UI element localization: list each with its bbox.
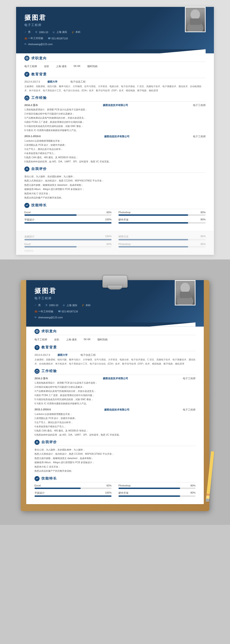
location-info: ◎ 上海·浦东 [53, 30, 67, 34]
skill2-hardware-name: 硬件开发 [118, 491, 128, 495]
work-header-2: 2015.1-2016.6 摄图信息技术有限公司 电子工程师 [24, 135, 206, 138]
job-location: 上海·浦东 [56, 65, 67, 68]
target-icon [26, 57, 28, 60]
email2-icon: ✉ [34, 316, 37, 319]
skill2-design-pct: 100% [105, 491, 112, 495]
skill-hardware: 硬件开发 80% [118, 218, 206, 224]
skills2-grid: Excel 60% Photoshop 80% [34, 484, 196, 497]
work-company-2: 摄图信息技术有限公司 [104, 135, 130, 138]
job2-mode: 全职 [54, 338, 59, 341]
svg-rect-12 [180, 292, 191, 298]
skill-excel-bar-bg [24, 214, 112, 216]
phone-text: 021-80187116 [52, 37, 68, 40]
skill-photoshop-bar-fill [118, 214, 188, 216]
gender2-info: ♂ 男 [34, 304, 41, 307]
svg-rect-2 [190, 18, 201, 25]
edu2-period: 2013.9-2017.6 [34, 353, 53, 357]
clipboard-clip [102, 275, 128, 288]
edu2-info: 🎓 本科 [82, 304, 90, 307]
work2-duties-1: 1.系统电路原理设计、原理图 PCB 设计以及电子元器件选型； 2.对项目实施过… [34, 381, 196, 406]
email-info: ✉ shetuwang@123.com [24, 43, 53, 46]
section-title-skills: 技能特长 [24, 203, 206, 209]
svg-rect-8 [26, 98, 28, 99]
header-bottom-shape [24, 49, 206, 53]
skills-icon [26, 204, 28, 207]
skill-design: 平面设计 100% [24, 218, 112, 224]
skill2-excel: Excel 60% [34, 484, 112, 489]
work-period-2: 2015.1-2016.6 [24, 135, 41, 138]
section-eval: 自我评价 责任心强，为人随和，良好团队精神，为人随和； 熟悉入式系统设计，低功耗… [24, 166, 206, 200]
header2-bottom-shape [34, 322, 196, 326]
avatar-silhouette [186, 7, 205, 32]
section-title-text-eval: 自我评价 [31, 167, 47, 171]
page-wrapper-2: 摄图君 电子工程师 [0, 260, 230, 525]
skill2-photoshop-bar-fill [118, 488, 180, 489]
section-title-edu: 教育背景 [24, 72, 206, 78]
section2-title-job: 求职意向 [34, 329, 196, 335]
header2-info-bar-3: ✉ shetuwang@123.com [34, 316, 196, 321]
skill-photoshop-name: Photoshop [118, 211, 131, 214]
svg-point-14 [36, 331, 38, 332]
page-wrapper-1: 摄图君 电子工程师 ♂ 男 [0, 0, 230, 260]
skill-hardware-header: 硬件开发 80% [118, 218, 206, 222]
skill2-hardware-bar-bg [118, 496, 196, 497]
birth2-info: 🗓 1993-10 [45, 304, 58, 306]
section-icon-edu [24, 72, 30, 77]
avatar [185, 7, 206, 32]
skill-excel-name: Excel [24, 211, 30, 214]
location-icon: ◎ [53, 31, 56, 34]
work-entry-1: 2016.2·至今 摄图信息技术有限公司 电子工程师 1.系统电路原理设计、原理… [24, 104, 206, 132]
work2-company-1: 摄图信息技术有限公司 [103, 377, 128, 380]
skill-photoshop-pct: 80% [200, 211, 206, 214]
phone2-info: ☎ 021-80187116 [58, 310, 78, 313]
skill2-design: 平面设计 100% [34, 491, 112, 497]
edu-period: 2013.9-2017.6 [24, 80, 43, 84]
eval-content: 责任心强，为人随和，良好团队精神，为人随和； 熟悉入式系统设计，低功耗设计，熟悉… [24, 174, 206, 200]
gender-text: 男 [28, 30, 30, 34]
education-icon [26, 73, 28, 76]
location2-icon: ◎ [63, 304, 66, 306]
work-duties-2: 1.arduino 以及相继原理图配合开发； 2.原理图以及 PCB 设计，软硬… [24, 139, 206, 164]
birth-text: 1993-10 [39, 31, 48, 34]
edu-courses: 主修课程：高数课程、线性代数、概率与统计、大学物理、信号与系统、大学英语、电路分… [24, 84, 206, 93]
briefcase-icon [26, 96, 28, 99]
eval2-content: 责任心强，为人随和，良好团队精神，为人随和； 熟悉入式系统设计，低功耗设计，熟悉… [34, 448, 196, 473]
header-name: 摄图君 [24, 13, 46, 22]
work-role-2: 电子工程师 [193, 135, 206, 138]
clipboard-container: 摄图君 电子工程师 [21, 280, 209, 511]
skill-hardware-bar-fill [118, 222, 188, 224]
section-icon-job [24, 56, 30, 61]
skills2-icon [36, 477, 38, 480]
skill2-photoshop-name: Photoshop [118, 484, 131, 487]
job2-avail: 随时到岗 [98, 338, 108, 341]
edu-school: 摄图大学 [48, 80, 66, 84]
job-target-row: 电子工程师 全职 上海·浦东 5K·6K 随时到岗 [24, 64, 206, 69]
section2-title-skills: 技能特长 [34, 476, 196, 482]
location2-info: ◎ 上海·浦东 [63, 304, 77, 307]
skill2-excel-pct: 60% [106, 484, 112, 487]
svg-point-10 [180, 283, 190, 293]
skill-design-bar-fill [24, 222, 112, 224]
skill2-excel-header: Excel 60% [34, 484, 112, 487]
section2-title-work: 工作经验 [34, 369, 196, 375]
exp2-info: 💼 一年工作经验 [34, 310, 53, 313]
skill-excel-bar-fill [24, 214, 76, 216]
education-content: 2013.9-2017.6 摄图大学 电子信息工程 主修课程：高数课程、线性代数… [24, 80, 206, 93]
skill2-excel-bar-bg [34, 488, 112, 489]
section-job-target: 求职意向 电子工程师 全职 上海·浦东 5K·6K 随时到岗 [24, 56, 206, 69]
header-name-block: 摄图君 电子工程师 [24, 13, 46, 27]
section2-work: 工作经验 2016.2·至今 摄图信息技术有限公司 电子工程师 1.系统电路原理… [34, 369, 196, 437]
section-title-eval: 自我评价 [24, 166, 206, 173]
skill2-photoshop-pct: 80% [190, 484, 196, 487]
work-company-1: 摄图信息技术有限公司 [103, 104, 128, 107]
svg-point-4 [26, 58, 27, 59]
phone-info: ☎ 021-80187116 [48, 37, 68, 40]
edu-icon: 🎓 [72, 31, 74, 34]
avatar2 [175, 280, 196, 306]
briefcase2-icon [36, 370, 38, 372]
skill2-photoshop: Photoshop 80% [118, 484, 196, 489]
skill-hardware-name: 硬件开发 [118, 218, 128, 222]
job-avail: 随时到岗 [88, 65, 98, 68]
birth2-icon: 🗓 [45, 304, 48, 306]
resume-header: 摄图君 电子工程师 ♂ 男 [16, 7, 214, 53]
